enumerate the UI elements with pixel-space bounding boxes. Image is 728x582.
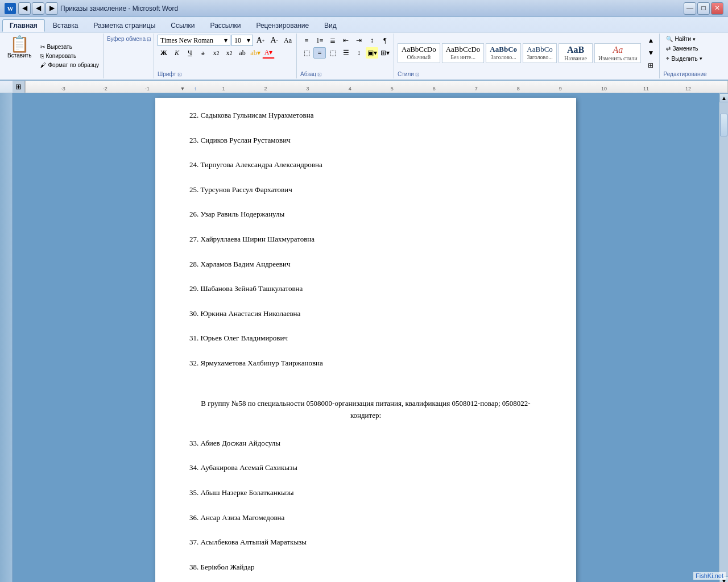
paragraph-expand-icon[interactable]: ⊡ — [317, 72, 322, 77]
font-size-dropdown-icon: ▾ — [247, 36, 250, 45]
line-spacing-button[interactable]: ↕ — [353, 47, 365, 59]
superscript-button[interactable]: x2 — [223, 47, 235, 59]
cut-button[interactable]: ✂ Вырезать — [38, 43, 102, 51]
copy-button[interactable]: ⎘ Копировать — [38, 52, 102, 60]
ruler-mark-1: 1 — [222, 86, 225, 92]
align-center-button[interactable]: ≡ — [313, 47, 326, 59]
clipboard-expand-icon[interactable]: ⊡ — [147, 36, 151, 42]
numbered-list-button[interactable]: 1≡ — [313, 35, 326, 46]
bullet-list-button[interactable]: ≡ — [300, 35, 313, 46]
increase-indent-button[interactable]: ⇥ — [353, 35, 365, 46]
underline-button[interactable]: Ч — [184, 47, 196, 59]
list-item: 27. Хайруллаева Ширин Шахмуратовна — [189, 234, 542, 246]
paragraph-group: ≡ 1≡ ≣ ⇤ ⇥ ↕ ¶ ⬚ ≡ ⬚ ☰ ↕ ▣▾ ⊞▾ Абзац ⊡ — [298, 34, 394, 78]
window-controls-right: — □ ✕ — [684, 2, 723, 15]
tab-home[interactable]: Главная — [2, 19, 45, 32]
format-painter-button[interactable]: 🖌 Формат по образцу — [38, 61, 102, 69]
font-expand-icon[interactable]: ⊡ — [177, 72, 182, 77]
close-btn[interactable]: ✕ — [711, 2, 723, 15]
vertical-scrollbar[interactable]: ▲ ▼ — [719, 93, 728, 582]
style-title[interactable]: AaB Название — [559, 43, 593, 63]
editing-group-label: Редактирование — [663, 71, 706, 77]
show-marks-button[interactable]: ¶ — [379, 35, 391, 46]
multilevel-list-button[interactable]: ≣ — [326, 35, 339, 46]
align-left-button[interactable]: ⬚ — [300, 47, 313, 59]
clear-format-button[interactable]: Aa — [282, 35, 294, 46]
document-page-1: 22. Садыкова Гульнисам Нурахметовна 23. … — [155, 98, 576, 582]
list-item: 29. Шабанова Зейнаб Ташкулатовна — [189, 283, 542, 295]
styles-scroll-down[interactable]: ▼ — [644, 47, 657, 59]
styles-expand[interactable]: ⊞ — [644, 60, 657, 71]
ruler-mark-10: 10 — [601, 86, 607, 92]
style-heading1[interactable]: AaBbCo Заголово... — [486, 43, 521, 63]
section-header-1: В группу №58 по специальности 0508000-ор… — [189, 398, 542, 422]
styles-row: AaBbCcDo Обычный AaBbCcDo Без инте... Aa… — [398, 35, 657, 71]
forward-btn[interactable]: ▶ — [46, 2, 58, 15]
italic-button[interactable]: К — [171, 47, 183, 59]
tab-view[interactable]: Вид — [317, 19, 344, 32]
list-item: 38. Берікбол Жайдар — [189, 562, 542, 573]
replace-icon: ⇄ — [666, 45, 671, 52]
style-heading2[interactable]: AaBbCo Заголово... — [523, 43, 557, 63]
backward-btn[interactable]: ◀ — [32, 2, 44, 15]
list-item: 24. Тирпугова Александра Александровна — [189, 159, 542, 171]
highlight-button[interactable]: ab▾ — [249, 47, 262, 59]
subscript-button[interactable]: x2 — [210, 47, 222, 59]
styles-expand-icon[interactable]: ⊡ — [415, 72, 420, 77]
style-change[interactable]: Aa Изменить стили — [594, 43, 641, 63]
strikethrough-button[interactable]: a — [197, 47, 209, 59]
select-button[interactable]: ⌖ Выделить ▾ — [663, 54, 706, 63]
ruler-mark-9: 9 — [559, 86, 562, 92]
justify-button[interactable]: ☰ — [340, 47, 352, 59]
font-name-box[interactable]: Times New Roman ▾ — [158, 35, 230, 46]
font-color-button[interactable]: A▾ — [262, 47, 275, 59]
border-button[interactable]: ⊞▾ — [379, 47, 391, 59]
paste-label: Вставить — [7, 52, 31, 59]
replace-button[interactable]: ⇄ Заменить — [663, 44, 706, 53]
clipboard-label: Буфер обмена — [107, 36, 146, 42]
editing-group: 🔍 Найти ▾ ⇄ Заменить ⌖ Выделить ▾ Редакт… — [661, 34, 709, 78]
minimize-btn[interactable]: — — [684, 2, 696, 15]
tab-references[interactable]: Ссылки — [163, 19, 202, 32]
tab-mailings[interactable]: Рассылки — [203, 19, 249, 32]
bold-button[interactable]: Ж — [158, 47, 170, 59]
style-normal[interactable]: AaBbCcDo Обычный — [398, 43, 440, 63]
scroll-area: 22. Садыкова Гульнисам Нурахметовна 23. … — [13, 93, 719, 582]
sort-button[interactable]: ↕ — [366, 35, 378, 46]
list-item: 22. Садыкова Гульнисам Нурахметовна — [189, 110, 542, 122]
scroll-track[interactable] — [719, 102, 728, 576]
font-format-row: Ж К Ч a x2 x2 ab ab▾ A▾ — [158, 47, 294, 59]
font-grow-button[interactable]: A+ — [254, 35, 267, 46]
decrease-indent-button[interactable]: ⇤ — [340, 35, 352, 46]
ribbon-tabs: Главная Вставка Разметка страницы Ссылки… — [0, 17, 728, 32]
paragraph-group-label: Абзац — [300, 71, 316, 77]
shading-button[interactable]: ▣▾ — [366, 47, 378, 59]
tab-review[interactable]: Рецензирование — [249, 19, 316, 32]
text-effects-button[interactable]: ab — [236, 47, 249, 59]
scroll-up-button[interactable]: ▲ — [719, 93, 728, 102]
format-painter-icon: 🖌 — [40, 62, 46, 68]
font-size-box[interactable]: 10 ▾ — [231, 35, 253, 46]
style-no-spacing[interactable]: AaBbCcDo Без инте... — [442, 43, 485, 63]
paste-button[interactable]: 📋 Вставить — [3, 35, 35, 77]
align-right-button[interactable]: ⬚ — [326, 47, 339, 59]
scroll-thumb[interactable] — [720, 114, 727, 136]
tab-page-layout[interactable]: Разметка страницы — [86, 19, 163, 32]
tab-insert[interactable]: Вставка — [46, 19, 86, 32]
ruler-content: -3 -2 -1 ▼ ↑ 1 2 3 4 5 6 7 8 9 10 11 12 — [25, 81, 728, 93]
ruler-mark-6: 6 — [433, 86, 436, 92]
search-icon: 🔍 — [666, 36, 673, 42]
maximize-btn[interactable]: □ — [697, 2, 710, 15]
title-bar: W ◀ ◀ ▶ Приказы зачисление - Microsoft W… — [0, 0, 728, 17]
find-button[interactable]: 🔍 Найти ▾ — [663, 35, 706, 43]
list-item: 36. Ансар Азиза Магомедовна — [189, 512, 542, 524]
font-shrink-button[interactable]: A- — [268, 35, 280, 46]
minimize-left-btn[interactable]: ◀ — [18, 2, 31, 15]
font-size-value: 10 — [234, 36, 241, 45]
styles-scroll-up[interactable]: ▲ — [644, 35, 657, 46]
ribbon-content: 📋 Вставить ✂ Вырезать ⎘ Копировать 🖌 Фор… — [0, 32, 728, 80]
ruler-mark-5: 5 — [391, 86, 394, 92]
ruler-corner[interactable]: ⊞ — [13, 81, 25, 93]
styles-group-label: Стили — [398, 71, 414, 77]
list-item: 28. Харламов Вадим Андреевич — [189, 259, 542, 271]
